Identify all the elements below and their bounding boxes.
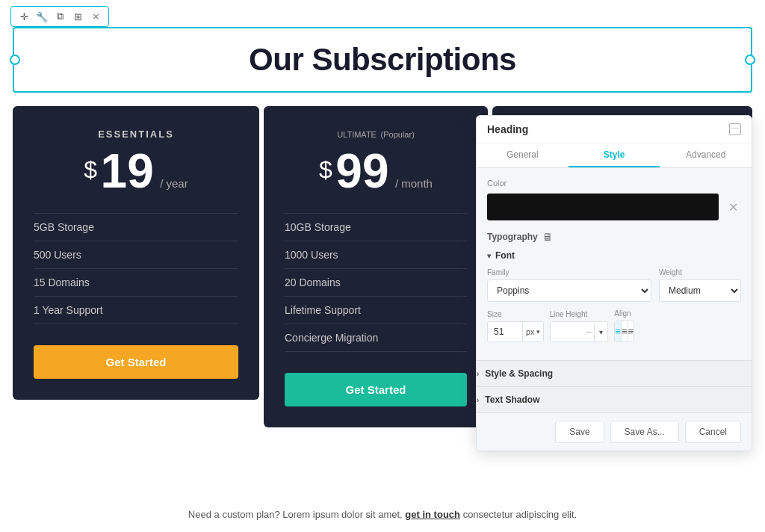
line-height-input[interactable] (551, 322, 583, 341)
panel-header: Heading (477, 116, 752, 143)
tab-advanced[interactable]: Advanced (660, 143, 752, 167)
align-buttons: ≡ ≡ ≡ (614, 321, 634, 342)
list-item: 20 Domains (285, 269, 467, 297)
typography-header: Typography 🖥 (487, 231, 741, 243)
family-label: Family (487, 268, 651, 276)
footer-suffix: consectetur adipiscing elit. (463, 509, 577, 520)
family-select[interactable]: Poppins Roboto Open Sans (487, 279, 651, 302)
footer-prefix: Need a custom plan? Lorem ipsum dolor si… (188, 509, 403, 520)
list-item: 500 Users (34, 241, 238, 269)
line-height-chevron[interactable]: ▾ (594, 324, 607, 341)
chevron-down-icon: ▾ (487, 252, 491, 260)
ultimate-period: / month (395, 177, 433, 190)
weight-group: Weight Medium Regular Bold (659, 268, 741, 302)
align-right-button[interactable]: ≡ (628, 321, 634, 341)
ultimate-features: 10GB Storage 1000 Users 20 Domains Lifet… (285, 213, 467, 352)
font-section-toggle[interactable]: ▾ Font (487, 250, 741, 261)
ultimate-amount: 99 (335, 144, 388, 198)
grid-icon[interactable]: ⊞ (71, 10, 84, 23)
list-item: 15 Domains (34, 269, 238, 297)
save-as-button[interactable]: Save As... (610, 421, 679, 443)
ultimate-price: $ 99 / month (285, 147, 467, 195)
size-label: Size (487, 310, 544, 318)
font-family-weight-row: Family Poppins Roboto Open Sans Weight M… (487, 268, 741, 302)
pricing-cards-row: ESSENTIALS $ 19 / year 5GB Storage 500 U… (13, 106, 752, 427)
essentials-price: $ 19 / year (34, 147, 238, 195)
size-input[interactable] (488, 322, 522, 341)
chevron-right-icon-2: › (477, 396, 479, 404)
style-spacing-label: Style & Spacing (485, 368, 553, 379)
get-in-touch-link[interactable]: get in touch (405, 509, 460, 520)
color-swatch[interactable] (487, 194, 719, 220)
panel-title: Heading (487, 123, 528, 135)
style-spacing-row[interactable]: › Style & Spacing (476, 360, 752, 386)
align-label: Align (614, 309, 634, 318)
color-row: ✕ (487, 194, 741, 220)
align-center-button[interactable]: ≡ (622, 321, 628, 341)
settings-icon[interactable]: 🔧 (35, 10, 49, 23)
panel-body: Color ✕ Typography 🖥 ▾ Font (477, 168, 752, 360)
ultimate-card: ULTIMATE (Popular) $ 99 / month 10GB Sto… (264, 106, 488, 427)
list-item: Concierge Migration (285, 324, 467, 352)
essentials-card: ESSENTIALS $ 19 / year 5GB Storage 500 U… (13, 106, 259, 400)
monitor-icon: 🖥 (542, 231, 553, 243)
size-input-wrap: px ▾ (487, 321, 544, 342)
list-item: 1000 Users (285, 241, 467, 269)
line-height-label: Line Height (550, 310, 609, 318)
cancel-button[interactable]: Cancel (685, 421, 741, 443)
line-height-wrap: – ▾ (550, 321, 609, 342)
footer-text: Need a custom plan? Lorem ipsum dolor si… (0, 509, 765, 520)
weight-label: Weight (659, 268, 741, 276)
copy-icon[interactable]: ⧉ (53, 10, 66, 23)
list-item: 5GB Storage (34, 213, 238, 241)
size-unit[interactable]: px ▾ (522, 322, 543, 341)
list-item: 1 Year Support (34, 297, 238, 324)
essentials-symbol: $ (84, 156, 97, 184)
essentials-cta-button[interactable]: Get Started (34, 345, 238, 379)
panel-tabs: General Style Advanced (477, 143, 752, 168)
family-group: Family Poppins Roboto Open Sans (487, 268, 651, 302)
color-label: Color (487, 179, 741, 188)
ultimate-cta-button[interactable]: Get Started (285, 373, 467, 406)
essentials-amount: 19 (101, 144, 154, 198)
text-shadow-label: Text Shadow (485, 395, 539, 405)
page-title: Our Subscriptions (44, 42, 721, 78)
typography-label: Typography (487, 232, 538, 242)
size-group: Size px ▾ (487, 310, 544, 342)
panel-footer: Save Save As... Cancel (477, 412, 752, 451)
line-height-dash: – (583, 327, 595, 337)
heading-panel: Heading General Style Advanced Color (476, 115, 752, 451)
line-height-group: Line Height – ▾ (550, 310, 609, 342)
chevron-right-icon: › (477, 370, 479, 378)
essentials-label: ESSENTIALS (34, 129, 238, 140)
popular-tag: (Popular) (381, 130, 415, 139)
align-group: Align ≡ ≡ ≡ (614, 309, 634, 342)
color-remove-button[interactable]: ✕ (725, 199, 741, 215)
ultimate-label: ULTIMATE (Popular) (285, 129, 467, 140)
save-button[interactable]: Save (555, 421, 604, 443)
close-icon[interactable]: ✕ (89, 10, 102, 23)
text-shadow-row[interactable]: › Text Shadow (476, 386, 752, 412)
tab-style[interactable]: Style (569, 143, 660, 167)
align-left-button[interactable]: ≡ (615, 321, 622, 341)
font-section-label: Font (495, 250, 515, 261)
move-icon[interactable]: ✛ (17, 10, 31, 23)
weight-select[interactable]: Medium Regular Bold (659, 279, 741, 302)
element-toolbar: ✛ 🔧 ⧉ ⊞ ✕ (10, 6, 109, 27)
list-item: 10GB Storage (285, 213, 467, 241)
essentials-period: / year (160, 177, 188, 190)
heading-section: Our Subscriptions (13, 27, 752, 93)
tab-general[interactable]: General (477, 143, 569, 167)
essentials-features: 5GB Storage 500 Users 15 Domains 1 Year … (34, 213, 238, 324)
ultimate-symbol: $ (319, 156, 332, 184)
panel-minimize-button[interactable] (729, 123, 741, 135)
list-item: Lifetime Support (285, 297, 467, 324)
size-line-align-row: Size px ▾ Line Height – ▾ (487, 309, 741, 342)
